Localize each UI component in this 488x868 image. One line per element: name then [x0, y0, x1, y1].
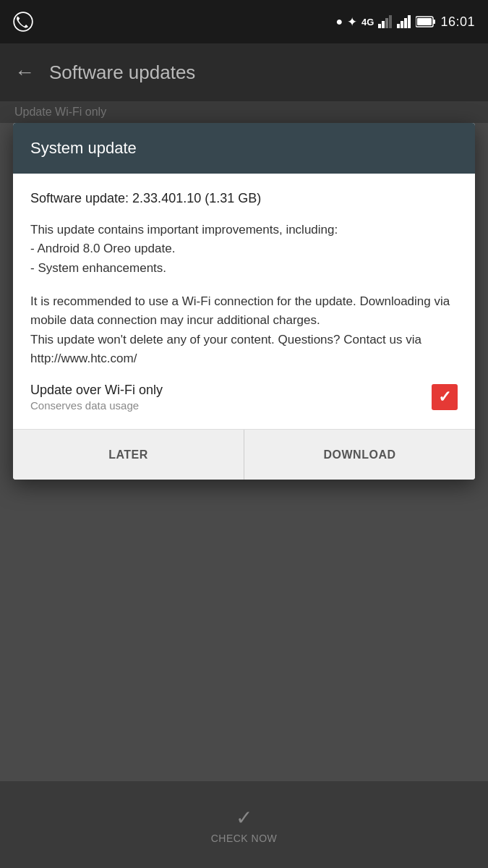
phone-call-icon — [13, 12, 33, 32]
bluetooth-icon: ✦ — [347, 14, 357, 30]
wifi-only-subtitle: Conserves data usage — [30, 399, 163, 412]
dialog-title: System update — [30, 139, 137, 157]
update-version: Software update: 2.33.401.10 (1.31 GB) — [30, 191, 458, 206]
bg-hint-row: Update Wi-Fi only — [0, 101, 488, 123]
svg-rect-1 — [378, 24, 381, 28]
status-time: 16:01 — [440, 14, 475, 30]
status-bar-right: ● ✦ 4G 16:01 — [335, 14, 475, 30]
wifi-only-row[interactable]: Update over Wi-Fi only Conserves data us… — [30, 383, 458, 412]
battery-icon — [416, 16, 436, 27]
svg-rect-5 — [397, 24, 400, 28]
back-button[interactable]: ← — [14, 61, 35, 84]
svg-point-0 — [14, 12, 33, 31]
status-bar-left — [13, 12, 33, 32]
nav-bar: ← Software updates — [0, 43, 488, 101]
check-now-label[interactable]: CHECK NOW — [211, 833, 278, 844]
svg-rect-6 — [401, 21, 403, 28]
svg-rect-3 — [385, 18, 388, 28]
signal-bars-2-icon — [397, 15, 411, 28]
svg-rect-8 — [408, 15, 411, 28]
dialog-body: Software update: 2.33.401.10 (1.31 GB) T… — [13, 174, 475, 429]
check-now-icon: ✓ — [236, 806, 252, 830]
update-warning: It is recommended to use a Wi-Fi connect… — [30, 292, 458, 368]
signal-4g-icon: 4G — [361, 17, 374, 27]
page-title: Software updates — [49, 61, 195, 84]
svg-rect-11 — [417, 18, 432, 25]
bg-hint-text: Update Wi-Fi only — [14, 106, 106, 119]
svg-rect-4 — [389, 15, 392, 28]
dialog-header: System update — [13, 123, 475, 174]
dialog-container: System update Software update: 2.33.401.… — [13, 123, 475, 480]
svg-rect-7 — [404, 18, 407, 28]
download-button[interactable]: DOWNLOAD — [244, 430, 475, 480]
wifi-only-label: Update over Wi-Fi only — [30, 383, 163, 398]
dialog-buttons: LATER DOWNLOAD — [13, 429, 475, 480]
status-bar: ● ✦ 4G 16:01 — [0, 0, 488, 43]
svg-rect-2 — [382, 21, 385, 28]
later-button[interactable]: LATER — [13, 430, 244, 480]
svg-rect-10 — [433, 20, 435, 24]
signal-bars-1-icon — [378, 15, 393, 28]
wifi-only-checkbox[interactable] — [432, 384, 458, 410]
wifi-only-text-group: Update over Wi-Fi only Conserves data us… — [30, 383, 163, 412]
location-icon: ● — [335, 15, 343, 28]
update-description: This update contains important improveme… — [30, 221, 458, 278]
system-update-dialog: System update Software update: 2.33.401.… — [13, 123, 475, 480]
bottom-bar: ✓ CHECK NOW — [0, 781, 488, 868]
